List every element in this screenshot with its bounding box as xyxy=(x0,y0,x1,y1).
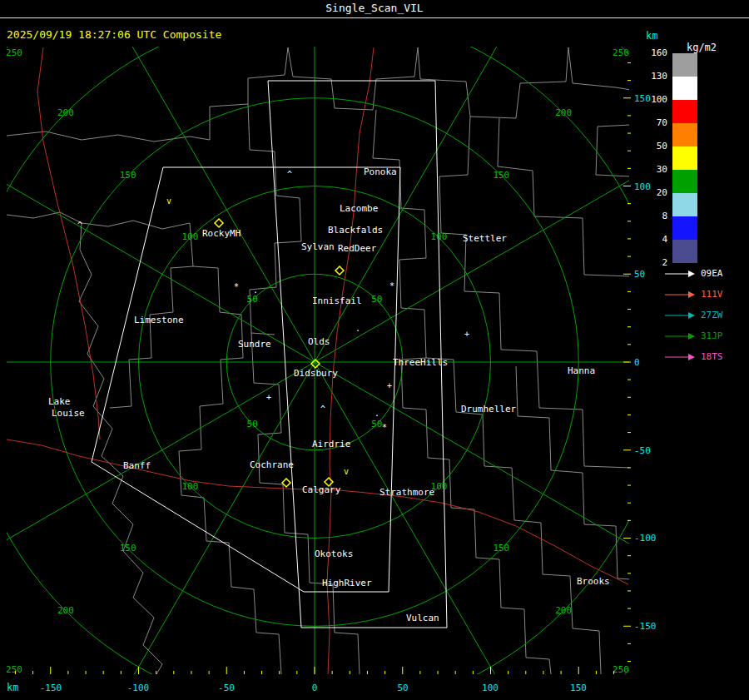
city-label: ThreeHills xyxy=(393,357,448,368)
city-label: Louise xyxy=(52,408,85,419)
city-label: Calgary xyxy=(302,484,341,495)
track-arrow-head xyxy=(688,312,695,319)
range-rings xyxy=(0,0,749,700)
ring-distance-label: 50 xyxy=(247,294,258,305)
city-label: Banff xyxy=(123,460,151,471)
track-arrow-head xyxy=(688,271,695,277)
station-mark: v xyxy=(344,467,349,476)
radar-app-window: Single_Scan_VIL 2025/09/19 18:27:06 UTC … xyxy=(0,0,749,700)
city-label: RockyMH xyxy=(202,228,241,239)
track-arrow-icon xyxy=(664,311,696,320)
station-mark: + xyxy=(464,330,469,339)
colorbar-label: 20 xyxy=(641,189,667,197)
city-label: HighRiver xyxy=(322,578,372,588)
city-label: Strathmore xyxy=(379,487,434,498)
city-label: Hanna xyxy=(568,365,595,376)
boundary-line xyxy=(596,125,631,176)
track-id-label: 09EA xyxy=(701,268,723,279)
track-arrow-head xyxy=(688,333,695,340)
city-labels: PonokaLacombeBlackfaldsSylvanRedDeerStet… xyxy=(48,166,610,623)
city-label: Ponoka xyxy=(364,166,397,177)
station-mark: * xyxy=(382,423,387,432)
boundary-line xyxy=(179,266,281,674)
axis-tick-label: 100 xyxy=(482,683,499,693)
axis-tick-label: -50 xyxy=(218,683,235,693)
ring-distance-label: 150 xyxy=(120,170,136,181)
axis-tick-label: -100 xyxy=(127,683,150,693)
colorbar-label: 2 xyxy=(641,259,667,267)
radar-site-icon xyxy=(335,266,344,275)
bottom-axis-unit-label: km xyxy=(7,682,18,693)
city-label: Didsbury xyxy=(294,368,338,379)
station-mark: ^ xyxy=(320,405,325,414)
axis-tick-label: -150 xyxy=(634,621,657,632)
colorbar-unit-label: kg/m2 xyxy=(672,42,731,53)
station-mark: + xyxy=(387,381,392,390)
highway-line xyxy=(37,47,100,439)
axis-tick-label: 150 xyxy=(570,683,587,693)
boundary-line xyxy=(110,360,131,408)
city-label: Stettler xyxy=(463,233,507,244)
city-label: Sylvan xyxy=(301,241,335,252)
station-mark: ^ xyxy=(77,221,82,230)
boundary-line xyxy=(498,118,631,276)
station-mark: + xyxy=(266,393,271,402)
boundary-line xyxy=(418,47,568,118)
ring-distance-label: 250 xyxy=(613,664,629,675)
colorbar-swatch xyxy=(672,216,697,240)
colorbar-label: 50 xyxy=(641,142,667,151)
colorbar-swatch xyxy=(672,170,697,193)
colorbar-swatch xyxy=(672,193,697,216)
colorbar-swatch xyxy=(672,77,697,100)
city-label: Airdrie xyxy=(312,439,350,449)
track-id-label: 111V xyxy=(701,289,723,300)
ring-distance-label: 150 xyxy=(493,170,509,181)
track-arrow-icon xyxy=(664,290,696,299)
colorbar-label: 30 xyxy=(641,166,667,174)
axis-tick-label: 50 xyxy=(397,683,408,693)
colorbar-swatch xyxy=(672,146,697,170)
ring-distance-label: 150 xyxy=(120,543,136,554)
track-arrow-icon xyxy=(664,332,696,340)
boundary-line xyxy=(82,221,193,360)
track-id-label: 27ZW xyxy=(701,310,723,320)
city-label: Olds xyxy=(308,336,330,347)
colorbar-swatch xyxy=(672,123,697,146)
city-label: Lake xyxy=(48,396,71,407)
city-label: Lacombe xyxy=(340,203,378,214)
boundary-line xyxy=(439,117,631,468)
station-mark: . xyxy=(374,409,379,418)
ring-distance-label: 100 xyxy=(182,481,199,492)
radar-site-icon xyxy=(215,219,223,227)
station-mark: * xyxy=(389,281,394,290)
track-id-label: 18TS xyxy=(701,351,723,362)
station-mark: . xyxy=(253,285,258,295)
ring-distance-label: 150 xyxy=(493,543,509,554)
highway-line xyxy=(7,439,628,584)
track-arrow-head xyxy=(688,354,695,360)
ring-distance-label: 100 xyxy=(431,231,448,242)
city-label: Innisfail xyxy=(312,295,362,306)
station-mark: ^ xyxy=(287,170,292,179)
station-mark: v xyxy=(166,196,171,206)
ring-distance-label: 250 xyxy=(613,47,629,58)
county-boundaries xyxy=(7,47,631,674)
ring-distance-label: 200 xyxy=(555,605,572,616)
radar-map-display[interactable]: 5050505010010010010015015015015020020020… xyxy=(0,0,749,700)
track-legend-row: 31JP xyxy=(664,330,723,341)
colorbar-label: 130 xyxy=(641,72,667,81)
city-label: Limestone xyxy=(134,315,184,325)
legend-panel: kg/m2 16013010070503020842 09EA111V27ZW3… xyxy=(641,38,749,504)
track-legend-row: 18TS xyxy=(664,351,723,362)
station-mark: . xyxy=(355,324,360,333)
track-legend-row: 111V xyxy=(664,289,723,300)
track-legend-row: 09EA xyxy=(664,268,723,279)
track-arrow-icon xyxy=(664,353,696,361)
colorbar-label: 100 xyxy=(641,96,667,104)
ring-distance-label: 100 xyxy=(182,231,199,242)
colorbar-swatch xyxy=(672,240,697,263)
axis-tick-label: 0 xyxy=(634,357,640,368)
ring-distance-label: 50 xyxy=(371,294,382,305)
ring-distance-label: 50 xyxy=(247,419,258,429)
boundary-line xyxy=(7,47,288,141)
